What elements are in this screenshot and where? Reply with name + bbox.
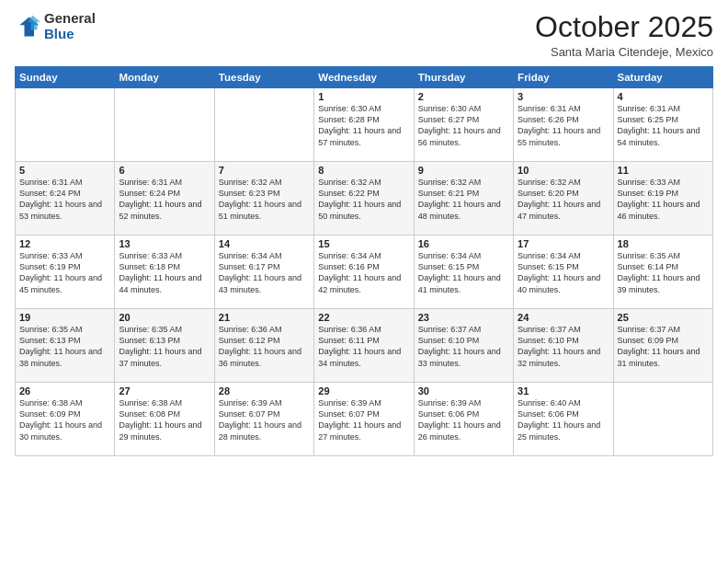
day-info: Sunrise: 6:38 AMSunset: 6:09 PMDaylight:… (19, 397, 110, 442)
day-info: Sunrise: 6:32 AMSunset: 6:23 PMDaylight:… (219, 177, 310, 222)
day-info: Sunrise: 6:36 AMSunset: 6:11 PMDaylight:… (318, 324, 409, 369)
page: General Blue October 2025 Santa Maria Ci… (0, 0, 728, 563)
day-info: Sunrise: 6:31 AMSunset: 6:25 PMDaylight:… (618, 103, 709, 148)
day-number: 11 (618, 165, 709, 176)
header: General Blue October 2025 Santa Maria Ci… (15, 11, 713, 59)
day-info: Sunrise: 6:34 AMSunset: 6:15 PMDaylight:… (518, 250, 609, 295)
day-info: Sunrise: 6:40 AMSunset: 6:06 PMDaylight:… (518, 397, 609, 442)
calendar-header-row: Sunday Monday Tuesday Wednesday Thursday… (16, 67, 713, 88)
day-number: 27 (119, 385, 210, 396)
col-thursday: Thursday (414, 67, 513, 88)
table-row: 12Sunrise: 6:33 AMSunset: 6:19 PMDayligh… (16, 236, 115, 309)
day-number: 8 (318, 165, 409, 176)
day-info: Sunrise: 6:32 AMSunset: 6:20 PMDaylight:… (518, 177, 609, 222)
table-row: 27Sunrise: 6:38 AMSunset: 6:08 PMDayligh… (115, 383, 214, 456)
logo-blue-text: Blue (44, 27, 96, 42)
table-row (214, 88, 313, 162)
day-number: 3 (518, 91, 609, 102)
table-row: 26Sunrise: 6:38 AMSunset: 6:09 PMDayligh… (16, 383, 115, 456)
logo-text: General Blue (44, 11, 96, 41)
day-number: 25 (618, 312, 709, 323)
location-title: Santa Maria Citendeje, Mexico (535, 45, 713, 59)
col-friday: Friday (514, 67, 613, 88)
day-info: Sunrise: 6:32 AMSunset: 6:22 PMDaylight:… (318, 177, 409, 222)
calendar-table: Sunday Monday Tuesday Wednesday Thursday… (15, 66, 713, 456)
col-monday: Monday (115, 67, 214, 88)
table-row: 14Sunrise: 6:34 AMSunset: 6:17 PMDayligh… (214, 236, 313, 309)
day-info: Sunrise: 6:33 AMSunset: 6:19 PMDaylight:… (618, 177, 709, 222)
day-info: Sunrise: 6:36 AMSunset: 6:12 PMDaylight:… (219, 324, 310, 369)
calendar-week-row: 26Sunrise: 6:38 AMSunset: 6:09 PMDayligh… (16, 383, 713, 456)
table-row: 6Sunrise: 6:31 AMSunset: 6:24 PMDaylight… (115, 162, 214, 236)
table-row: 11Sunrise: 6:33 AMSunset: 6:19 PMDayligh… (613, 162, 712, 236)
table-row: 9Sunrise: 6:32 AMSunset: 6:21 PMDaylight… (414, 162, 513, 236)
table-row: 30Sunrise: 6:39 AMSunset: 6:06 PMDayligh… (414, 383, 513, 456)
table-row: 28Sunrise: 6:39 AMSunset: 6:07 PMDayligh… (214, 383, 313, 456)
day-info: Sunrise: 6:30 AMSunset: 6:28 PMDaylight:… (318, 103, 409, 148)
day-number: 9 (418, 165, 509, 176)
table-row: 3Sunrise: 6:31 AMSunset: 6:26 PMDaylight… (514, 88, 613, 162)
day-info: Sunrise: 6:32 AMSunset: 6:21 PMDaylight:… (418, 177, 509, 222)
day-number: 1 (318, 91, 409, 102)
day-info: Sunrise: 6:39 AMSunset: 6:06 PMDaylight:… (418, 397, 509, 442)
table-row: 20Sunrise: 6:35 AMSunset: 6:13 PMDayligh… (115, 309, 214, 383)
col-saturday: Saturday (613, 67, 712, 88)
table-row: 10Sunrise: 6:32 AMSunset: 6:20 PMDayligh… (514, 162, 613, 236)
table-row: 29Sunrise: 6:39 AMSunset: 6:07 PMDayligh… (314, 383, 414, 456)
day-number: 5 (19, 165, 110, 176)
day-info: Sunrise: 6:30 AMSunset: 6:27 PMDaylight:… (418, 103, 509, 148)
table-row: 13Sunrise: 6:33 AMSunset: 6:18 PMDayligh… (115, 236, 214, 309)
calendar-week-row: 1Sunrise: 6:30 AMSunset: 6:28 PMDaylight… (16, 88, 713, 162)
table-row (613, 383, 712, 456)
day-number: 21 (219, 312, 310, 323)
day-number: 23 (418, 312, 509, 323)
col-tuesday: Tuesday (214, 67, 313, 88)
logo-icon (15, 14, 40, 40)
day-number: 16 (418, 238, 509, 249)
table-row: 2Sunrise: 6:30 AMSunset: 6:27 PMDaylight… (414, 88, 513, 162)
logo: General Blue (15, 11, 96, 41)
day-number: 19 (19, 312, 110, 323)
table-row: 23Sunrise: 6:37 AMSunset: 6:10 PMDayligh… (414, 309, 513, 383)
logo-general-text: General (44, 11, 96, 27)
day-info: Sunrise: 6:35 AMSunset: 6:13 PMDaylight:… (19, 324, 110, 369)
title-block: October 2025 Santa Maria Citendeje, Mexi… (535, 11, 713, 59)
day-number: 20 (119, 312, 210, 323)
day-info: Sunrise: 6:31 AMSunset: 6:24 PMDaylight:… (119, 177, 210, 222)
day-info: Sunrise: 6:39 AMSunset: 6:07 PMDaylight:… (219, 397, 310, 442)
table-row: 24Sunrise: 6:37 AMSunset: 6:10 PMDayligh… (514, 309, 613, 383)
table-row: 7Sunrise: 6:32 AMSunset: 6:23 PMDaylight… (214, 162, 313, 236)
day-info: Sunrise: 6:31 AMSunset: 6:24 PMDaylight:… (19, 177, 110, 222)
day-info: Sunrise: 6:38 AMSunset: 6:08 PMDaylight:… (119, 397, 210, 442)
table-row (115, 88, 214, 162)
calendar-week-row: 12Sunrise: 6:33 AMSunset: 6:19 PMDayligh… (16, 236, 713, 309)
day-number: 7 (219, 165, 310, 176)
table-row: 18Sunrise: 6:35 AMSunset: 6:14 PMDayligh… (613, 236, 712, 309)
day-number: 4 (618, 91, 709, 102)
table-row: 16Sunrise: 6:34 AMSunset: 6:15 PMDayligh… (414, 236, 513, 309)
table-row: 8Sunrise: 6:32 AMSunset: 6:22 PMDaylight… (314, 162, 414, 236)
day-info: Sunrise: 6:33 AMSunset: 6:18 PMDaylight:… (119, 250, 210, 295)
day-info: Sunrise: 6:37 AMSunset: 6:10 PMDaylight:… (518, 324, 609, 369)
day-info: Sunrise: 6:34 AMSunset: 6:16 PMDaylight:… (318, 250, 409, 295)
day-number: 10 (518, 165, 609, 176)
day-number: 17 (518, 238, 609, 249)
table-row: 31Sunrise: 6:40 AMSunset: 6:06 PMDayligh… (514, 383, 613, 456)
day-info: Sunrise: 6:34 AMSunset: 6:17 PMDaylight:… (219, 250, 310, 295)
table-row: 25Sunrise: 6:37 AMSunset: 6:09 PMDayligh… (613, 309, 712, 383)
day-number: 6 (119, 165, 210, 176)
day-number: 26 (19, 385, 110, 396)
day-number: 12 (19, 238, 110, 249)
table-row: 4Sunrise: 6:31 AMSunset: 6:25 PMDaylight… (613, 88, 712, 162)
table-row: 21Sunrise: 6:36 AMSunset: 6:12 PMDayligh… (214, 309, 313, 383)
calendar-week-row: 19Sunrise: 6:35 AMSunset: 6:13 PMDayligh… (16, 309, 713, 383)
day-number: 15 (318, 238, 409, 249)
day-number: 24 (518, 312, 609, 323)
day-number: 14 (219, 238, 310, 249)
day-info: Sunrise: 6:35 AMSunset: 6:14 PMDaylight:… (618, 250, 709, 295)
day-number: 28 (219, 385, 310, 396)
table-row: 15Sunrise: 6:34 AMSunset: 6:16 PMDayligh… (314, 236, 414, 309)
day-info: Sunrise: 6:34 AMSunset: 6:15 PMDaylight:… (418, 250, 509, 295)
day-number: 22 (318, 312, 409, 323)
day-number: 30 (418, 385, 509, 396)
